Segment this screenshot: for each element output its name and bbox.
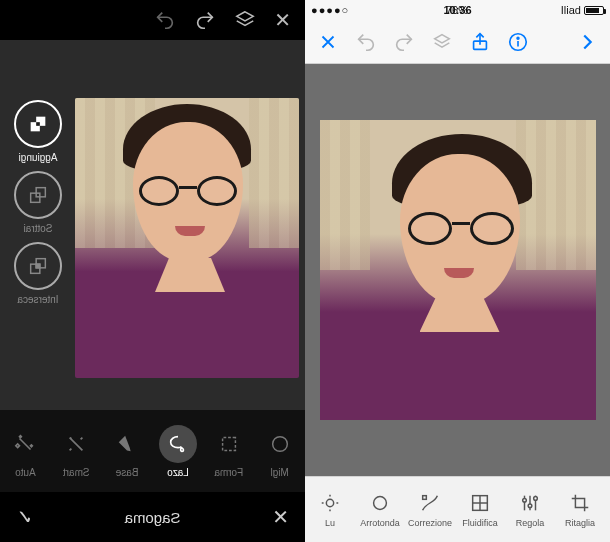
carrier-label: Iliad: [561, 4, 581, 16]
left-spacer: [0, 40, 305, 102]
left-topbar: ✕: [0, 0, 305, 40]
right-topbar: [305, 20, 610, 64]
right-editor-panel: ●●●●○ 76% 10:36 Iliad Lu Arrotonda Corre…: [305, 0, 610, 542]
confirm-icon[interactable]: ✓: [16, 505, 33, 529]
tool-correction[interactable]: Correzione: [405, 492, 455, 528]
svg-point-15: [517, 37, 519, 39]
tool-label: Smart: [63, 467, 90, 478]
tool-label: Lu: [325, 518, 335, 528]
selection-intersect-button[interactable]: [14, 242, 62, 290]
svg-point-26: [528, 503, 532, 507]
undo-icon[interactable]: [194, 9, 216, 31]
redo-icon[interactable]: [393, 31, 415, 53]
tool-shape[interactable]: Forma: [203, 425, 254, 478]
selection-add-label: Aggiungi: [19, 152, 58, 163]
svg-rect-4: [36, 188, 45, 197]
left-editor-panel: ✕ Aggiungi Sottrai Interseca Mi: [0, 0, 305, 542]
photo-right[interactable]: [320, 120, 596, 420]
left-footer: ✕ Sagoma ✓: [0, 492, 305, 542]
ios-status-bar: ●●●●○ 76% 10:36 Iliad: [305, 0, 610, 20]
left-canvas[interactable]: Aggiungi Sottrai Interseca: [0, 102, 305, 410]
selection-add-button[interactable]: [14, 100, 62, 148]
tool-smart[interactable]: Smart: [51, 425, 102, 478]
selection-intersect-label: Interseca: [17, 294, 58, 305]
close-icon[interactable]: ✕: [274, 8, 291, 32]
cancel-icon[interactable]: ✕: [272, 505, 289, 529]
tool-round[interactable]: Arrotonda: [355, 492, 405, 528]
battery-icon: [584, 6, 604, 15]
tool-crop[interactable]: Ritaglia: [555, 492, 605, 528]
chevron-right-icon[interactable]: [576, 31, 598, 53]
tool-lasso[interactable]: Lazo: [153, 425, 204, 478]
svg-rect-10: [222, 437, 235, 450]
svg-point-27: [534, 496, 538, 500]
battery-group: Iliad: [561, 4, 604, 16]
photo-left[interactable]: [75, 98, 299, 378]
tool-label: Lazo: [167, 467, 189, 478]
right-canvas[interactable]: [305, 64, 610, 476]
svg-point-16: [326, 499, 333, 506]
svg-point-9: [272, 436, 287, 451]
selection-mode-rail: Aggiungi Sottrai Interseca: [6, 100, 70, 305]
tool-label: Migl: [270, 467, 288, 478]
footer-title: Sagoma: [125, 509, 181, 526]
undo-icon[interactable]: [355, 31, 377, 53]
svg-point-25: [523, 498, 527, 502]
redo-icon[interactable]: [154, 9, 176, 31]
tool-label: Auto: [15, 467, 36, 478]
layers-icon[interactable]: [234, 9, 256, 31]
right-tool-row: Lu Arrotonda Correzione Fluidifica Regol…: [305, 476, 610, 542]
svg-marker-0: [237, 12, 254, 21]
tool-label: Base: [116, 467, 139, 478]
svg-point-17: [374, 496, 387, 509]
svg-rect-3: [36, 122, 40, 126]
status-time: 10:36: [443, 4, 471, 16]
tool-adjust[interactable]: Regola: [505, 492, 555, 528]
tool-label: Forma: [214, 467, 243, 478]
svg-rect-5: [31, 193, 40, 202]
left-tool-row: Migl Forma Lazo Base Smart Auto: [0, 410, 305, 492]
tool-label: Fluidifica: [462, 518, 498, 528]
svg-rect-18: [423, 495, 427, 499]
tool-label: Ritaglia: [565, 518, 595, 528]
tool-label: Arrotonda: [360, 518, 400, 528]
close-icon[interactable]: [317, 31, 339, 53]
selection-subtract-label: Sottrai: [24, 223, 53, 234]
layers-icon[interactable]: [431, 31, 453, 53]
share-icon[interactable]: [469, 31, 491, 53]
tool-enhance[interactable]: Migl: [254, 425, 305, 478]
tool-liquify[interactable]: Fluidifica: [455, 492, 505, 528]
tool-light[interactable]: Lu: [305, 492, 355, 528]
svg-rect-8: [36, 264, 40, 268]
tool-label: Correzione: [408, 518, 452, 528]
signal-icon: ●●●●○: [311, 4, 349, 16]
tool-label: Regola: [516, 518, 545, 528]
svg-marker-11: [435, 34, 450, 42]
selection-subtract-button[interactable]: [14, 171, 62, 219]
tool-auto[interactable]: Auto: [0, 425, 51, 478]
tool-brush[interactable]: Base: [102, 425, 153, 478]
info-icon[interactable]: [507, 31, 529, 53]
